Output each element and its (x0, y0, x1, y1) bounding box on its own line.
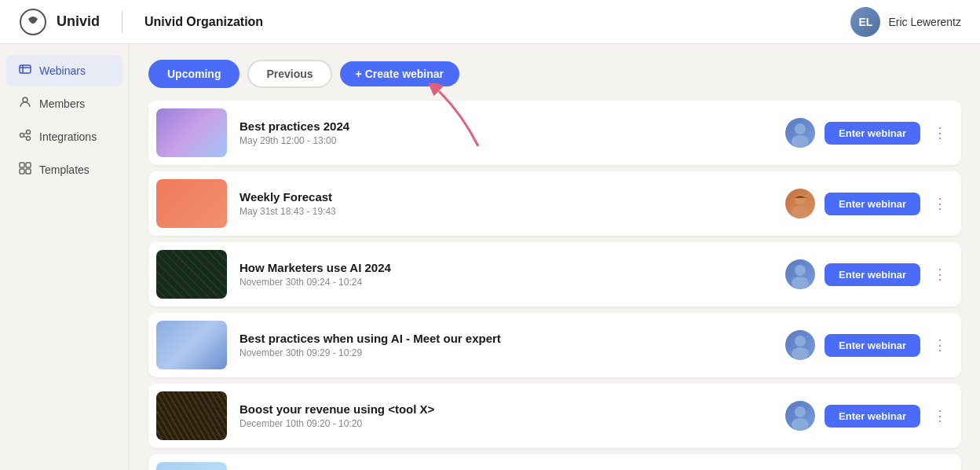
svg-point-24 (792, 418, 809, 431)
host-avatar (785, 189, 815, 218)
webinar-actions: Enter webinar ⋮ (785, 330, 950, 360)
more-options-button[interactable]: ⋮ (930, 404, 950, 428)
host-avatar (785, 401, 815, 431)
webinar-title: Best practices when using AI - Meet our … (240, 332, 773, 345)
webinars-icon (19, 63, 31, 79)
svg-point-23 (795, 406, 806, 417)
webinar-actions: Enter webinar ⋮ (785, 118, 950, 148)
sidebar-item-webinars-label: Webinars (39, 64, 86, 77)
webinar-info: How Marketers use AI 2024 November 30th … (240, 261, 773, 288)
sidebar: Webinars Members Integrations Templates (0, 44, 130, 470)
templates-icon (19, 162, 31, 178)
svg-point-15 (795, 123, 806, 134)
integrations-icon (19, 129, 31, 145)
webinar-row: Best practices 2024 May 29th 12:00 - 13:… (148, 101, 961, 165)
webinar-time: November 30th 09:29 - 10:29 (240, 347, 773, 358)
webinar-title: Weekly Forecast (240, 190, 773, 204)
webinar-row: Best practices when using AI - Meet our … (148, 313, 961, 377)
host-avatar (785, 259, 815, 289)
webinar-title: How Marketers use AI 2024 (240, 261, 773, 274)
logo-area: Univid Univid Organization (19, 8, 263, 36)
members-icon (19, 96, 31, 112)
enter-webinar-button[interactable]: Enter webinar (825, 405, 920, 428)
svg-point-21 (795, 336, 806, 347)
tab-upcoming[interactable]: Upcoming (148, 60, 240, 88)
more-options-button[interactable]: ⋮ (930, 121, 950, 145)
enter-webinar-button[interactable]: Enter webinar (825, 334, 920, 357)
webinar-actions: Enter webinar ⋮ (785, 401, 950, 431)
create-webinar-button[interactable]: + Create webinar (340, 61, 459, 86)
webinar-row: Boost your revenue using <tool X> Decemb… (148, 384, 961, 448)
host-avatar (785, 330, 815, 360)
enter-webinar-button[interactable]: Enter webinar (825, 263, 920, 286)
webinar-row: Weekly Forecast May 31st 18:43 - 19:43 E… (148, 171, 961, 236)
sidebar-item-integrations[interactable]: Integrations (6, 121, 122, 152)
tab-previous[interactable]: Previous (247, 60, 331, 88)
webinar-thumbnail (156, 462, 227, 470)
toolbar: Upcoming Previous + Create webinar (148, 60, 961, 88)
webinar-time: May 31st 18:43 - 19:43 (240, 206, 773, 217)
more-options-button[interactable]: ⋮ (930, 263, 950, 286)
svg-point-22 (792, 347, 809, 360)
svg-point-20 (792, 277, 809, 289)
header-divider (122, 11, 122, 33)
sidebar-item-members-label: Members (39, 97, 85, 110)
svg-point-7 (27, 137, 31, 141)
svg-rect-10 (20, 163, 24, 167)
svg-line-8 (24, 133, 27, 134)
webinar-time: November 30th 09:24 - 10:24 (240, 277, 773, 288)
webinar-thumbnail (156, 179, 227, 228)
svg-point-16 (792, 135, 809, 148)
webinar-info: Weekly Forecast May 31st 18:43 - 19:43 (240, 190, 773, 217)
webinar-time: May 29th 12:00 - 13:00 (240, 135, 773, 146)
svg-point-6 (27, 130, 31, 134)
sidebar-item-integrations-label: Integrations (39, 130, 97, 143)
host-avatar (785, 118, 815, 148)
header-right: EL Eric Lewerentz (850, 7, 961, 37)
more-options-button[interactable]: ⋮ (930, 333, 950, 357)
more-options-button[interactable]: ⋮ (930, 192, 950, 215)
content-area: Upcoming Previous + Create webinar Best … (130, 44, 980, 470)
webinar-thumbnail (156, 250, 227, 299)
sidebar-item-webinars[interactable]: Webinars (6, 55, 122, 86)
webinar-info: Best practices 2024 May 29th 12:00 - 13:… (240, 119, 773, 146)
webinar-list: Best practices 2024 May 29th 12:00 - 13:… (148, 101, 961, 470)
webinar-time: December 10th 09:20 - 10:20 (240, 418, 773, 429)
sidebar-item-members[interactable]: Members (6, 88, 122, 119)
webinar-info: Boost your revenue using <tool X> Decemb… (240, 402, 773, 429)
logo-text: Univid (57, 13, 100, 30)
webinar-thumbnail (156, 108, 227, 157)
webinar-actions: Enter webinar ⋮ (785, 189, 950, 218)
webinar-row: Top 5 ways to improve KPI Enter webinar … (148, 454, 961, 470)
org-name: Univid Organization (144, 15, 263, 29)
enter-webinar-button[interactable]: Enter webinar (825, 122, 920, 145)
svg-rect-12 (20, 169, 24, 174)
svg-rect-13 (26, 169, 31, 174)
sidebar-item-templates[interactable]: Templates (6, 154, 122, 185)
svg-line-9 (24, 136, 27, 138)
header: Univid Univid Organization EL Eric Lewer… (0, 0, 980, 44)
webinar-info: Best practices when using AI - Meet our … (240, 332, 773, 358)
main-layout: Webinars Members Integrations Templates … (0, 44, 980, 470)
user-name: Eric Lewerentz (888, 16, 961, 28)
svg-rect-11 (26, 163, 31, 167)
sidebar-item-templates-label: Templates (39, 163, 90, 176)
univid-logo-icon (19, 8, 47, 36)
svg-point-18 (792, 206, 809, 218)
webinar-thumbnail (156, 321, 227, 369)
svg-point-19 (795, 265, 806, 276)
enter-webinar-button[interactable]: Enter webinar (825, 193, 920, 215)
webinar-title: Boost your revenue using <tool X> (240, 402, 773, 416)
webinar-actions: Enter webinar ⋮ (785, 259, 950, 289)
svg-point-4 (23, 97, 27, 102)
svg-point-5 (20, 134, 24, 138)
webinar-thumbnail (156, 391, 227, 440)
webinar-title: Best practices 2024 (240, 119, 773, 133)
webinar-row: How Marketers use AI 2024 November 30th … (148, 242, 961, 307)
user-avatar: EL (850, 7, 880, 37)
svg-rect-1 (20, 65, 31, 73)
